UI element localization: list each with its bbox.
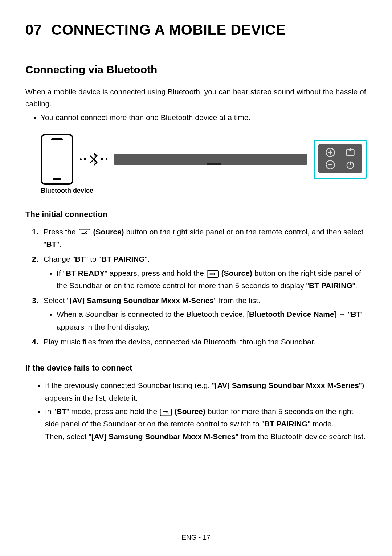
side-panel-highlight [314, 140, 367, 179]
bluetooth-icon [89, 152, 99, 167]
svg-rect-5 [207, 270, 218, 277]
svg-rect-4 [79, 229, 90, 236]
section-title: Connecting via Bluetooth [25, 64, 367, 76]
phone-icon [41, 134, 73, 185]
chapter-title-text: CONNECTING A MOBILE DEVICE [52, 22, 286, 38]
step-3: Select "[AV] Samsung Soundbar Mxxx M-Ser… [32, 294, 367, 334]
source-panel-icon [341, 147, 359, 158]
chapter-number: 07 [25, 22, 42, 38]
svg-rect-6 [160, 409, 171, 416]
device-label: Bluetooth device [41, 187, 367, 195]
initial-connection-heading: The initial connection [25, 210, 367, 219]
volume-down-icon [321, 160, 339, 170]
source-icon [79, 229, 90, 236]
fails-bullet-2: In "BT" mode, press and hold the (Source… [45, 405, 367, 443]
soundbar-icon [114, 154, 307, 165]
step-3-sub: When a Soundbar is connected to the Blue… [57, 308, 367, 333]
source-icon [160, 409, 172, 416]
chapter-heading: 07CONNECTING A MOBILE DEVICE [25, 22, 367, 38]
power-icon [341, 160, 359, 170]
step-2: Change "BT" to "BT PAIRING". If "BT READ… [32, 253, 367, 292]
step-2-sub: If "BT READY" appears, press and hold th… [57, 267, 367, 292]
page-footer: ENG - 17 [0, 533, 392, 541]
step-4: Play music files from the device, connec… [32, 336, 367, 348]
section-limitation: You cannot connect more than one Bluetoo… [41, 112, 367, 124]
step-1: Press the (Source) button on the right s… [32, 226, 367, 251]
bluetooth-link-icon [80, 152, 107, 167]
source-icon [207, 270, 219, 278]
fails-heading: If the device fails to connect [25, 363, 367, 373]
volume-up-icon [321, 147, 339, 158]
connection-diagram [41, 134, 367, 185]
section-intro: When a mobile device is connected using … [25, 86, 367, 110]
fails-bullet-1: If the previously connected Soundbar lis… [45, 379, 367, 404]
